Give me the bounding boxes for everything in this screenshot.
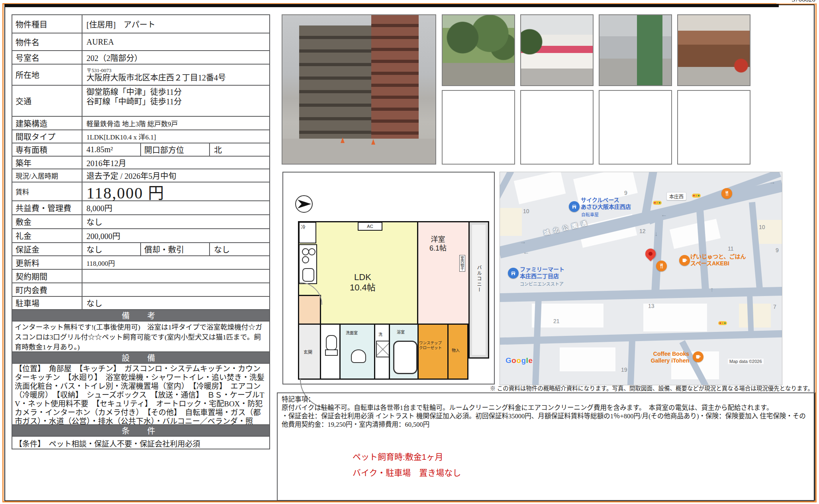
table-row: 号室名 202（2階部分）: [12, 51, 269, 65]
field-label: 賃料: [12, 182, 82, 200]
block-number: 10: [759, 224, 765, 230]
document-number: 5700820: [776, 0, 816, 4]
field-label: 所在地: [12, 65, 82, 85]
photo-neighbor-building: [371, 15, 419, 139]
field-label: 間取タイプ: [12, 130, 82, 143]
map-building-block: [514, 172, 566, 204]
map-road-horizontal: [500, 330, 782, 345]
map-building-block: [755, 220, 782, 244]
poi-label-line: 本庄西二丁目店: [520, 273, 559, 279]
top-black-bar: [4, 4, 779, 7]
field-label: 礼金: [12, 229, 82, 242]
bedroom-size: 6.1帖: [429, 244, 447, 252]
field-label: 敷金: [12, 215, 82, 228]
room-step-closet: [417, 324, 449, 380]
photo-traffic-cone: [371, 139, 375, 145]
interior-door-arc: [300, 281, 323, 305]
intersection-label: 本庄西: [666, 192, 686, 200]
compass-icon: [294, 194, 313, 214]
storage-label: 物入: [452, 347, 460, 353]
bedroom-label: 洋室 6.1帖: [429, 235, 447, 253]
table-row: 更新料 118,000円: [12, 256, 269, 270]
field-label: 物件種目: [12, 15, 82, 33]
field-label: 建築構造: [12, 117, 82, 129]
field-label: 保証金: [12, 243, 82, 255]
ldk-label: LDK 10.4帖: [350, 272, 376, 293]
table-row: 敷金 なし: [12, 215, 269, 229]
field-label: 共益費・管理費: [12, 201, 82, 214]
poi-bike-shop-sub: 自転車屋: [581, 211, 599, 218]
field-label: 築年: [12, 157, 82, 169]
table-row: 専有面積 41.85m² 開口部方位 北: [12, 143, 269, 157]
room-toilet: [320, 324, 341, 380]
washer-space-icon: [376, 341, 390, 357]
table-row: 物件種目 [住居用] アパート: [12, 15, 269, 33]
fridge-space: 冷: [299, 222, 316, 243]
table-row: 礼金 200,000円: [12, 229, 269, 243]
table-row: 保証金 なし 償却・敷引 なし: [12, 243, 269, 256]
poi-familymart-sub: コンビニエンスストア: [520, 280, 564, 287]
table-row: 物件名 AUREA: [12, 33, 269, 51]
field-value: 御堂筋線「中津」徒歩11分 谷町線「中崎町」徒歩11分: [82, 86, 269, 116]
one-way-arrow-icon: ←: [523, 249, 529, 256]
traffic-light-icon: [692, 194, 701, 198]
field-value: 41.85m²: [82, 143, 141, 156]
one-way-arrow-icon: ↓: [654, 230, 658, 237]
poi-label-line: ファミリーマート: [520, 266, 564, 273]
closet-label-line1: ワンステップ: [419, 341, 442, 345]
restaurant-icon: [656, 261, 667, 271]
bike-shop-icon: [569, 201, 580, 212]
google-logo-letter: G: [506, 356, 511, 365]
field-label: 償却・敷引: [141, 243, 210, 255]
field-value: 200,000円: [82, 229, 269, 242]
field-label: 号室名: [12, 51, 82, 64]
one-way-arrow-icon: ←: [661, 211, 667, 218]
poi-label-line: サイクルベース: [581, 197, 619, 203]
access-line: 御堂筋線「中津」徒歩11分: [86, 87, 182, 97]
field-label: 契約期間: [12, 270, 82, 282]
property-table: 物件種目 [住居用] アパート 物件名 AUREA 号室名 202（2階部分） …: [12, 14, 270, 449]
table-row: 契約期間: [12, 270, 269, 283]
poi-label-line: あさひ大阪本庄西店: [581, 204, 631, 210]
field-value: 2016年12月: [82, 157, 269, 169]
notes-body: ・保証会社：保証会社利用必須 イントラスト 機関保証加入必須。初回保証料3500…: [282, 412, 811, 429]
poi-label-line: Gallery iTohen: [651, 357, 689, 364]
empty-photo-box: [599, 90, 672, 165]
google-logo-letter: o: [516, 356, 521, 365]
floorplan-drawing: 冷 AC LDK 10.4帖 洋室 6.1帖 バルコニー 室内物干 玄関 洗面室…: [298, 221, 489, 380]
cafe-icon: [679, 255, 690, 266]
table-row: 所在地 〒531-0073 大阪府大阪市北区本庄西２丁目12番4号: [12, 65, 269, 86]
photo-convenience-store: [520, 14, 594, 86]
map-building-block: [670, 219, 721, 249]
empty-photo-box: [442, 90, 515, 165]
field-value: 〒531-0073 大阪府大阪市北区本庄西２丁目12番4号: [82, 65, 269, 85]
field-value: なし: [210, 243, 269, 255]
closet-label-line2: クローゼット: [419, 345, 442, 350]
ldk-name: LDK: [354, 272, 371, 282]
equipment-text: 【位置】 角部屋 【キッチン】 ガスコンロ・システムキッチン・カウンターキッチン…: [12, 364, 269, 425]
remarks-text: インターネット無料です!(工事後使用可) 浴室は1坪タイプで浴室乾燥機付☆ガスコ…: [12, 322, 269, 352]
field-label: 現況/入居時期: [12, 169, 82, 182]
table-row: 建築構造 軽量鉄骨造 地上3階 総戸数9戸: [12, 117, 269, 130]
block-number: 11: [728, 245, 734, 252]
empty-photo-box: [520, 90, 594, 165]
restaurant-icon: [721, 188, 732, 199]
convenience-store-icon: [508, 268, 519, 278]
field-value: なし: [82, 243, 141, 255]
block-number: 9: [624, 190, 627, 196]
block-number: 19: [621, 367, 627, 373]
section-header-conditions: 条 件: [12, 425, 269, 437]
field-value: なし: [82, 215, 269, 228]
poi-coffee-books-label: Coffee Books Gallery iTohen: [631, 351, 689, 364]
poi-akebi-label: げいじゅつと、ごはん スペースAKEBI: [690, 253, 746, 267]
block-number: 9: [776, 247, 779, 253]
main-photo-building-exterior: [282, 14, 436, 165]
field-value: [住居用] アパート: [82, 15, 269, 33]
field-label: 物件名: [12, 33, 82, 50]
photo-road: [282, 139, 435, 164]
disclaimer-text: ※ この資料は物件の概略紹介資料になります。写真、間取図面、設備、概要などが現況…: [278, 384, 813, 392]
toilet-tank-icon: [325, 349, 338, 356]
poi-label-line: げいじゅつと、ごはん: [690, 253, 746, 260]
table-row: 間取タイプ 1LDK[LDK10.4 x 洋6.1]: [12, 130, 269, 143]
floorplan-panel: 冷 AC LDK 10.4帖 洋室 6.1帖 バルコニー 室内物干 玄関 洗面室…: [282, 172, 495, 384]
